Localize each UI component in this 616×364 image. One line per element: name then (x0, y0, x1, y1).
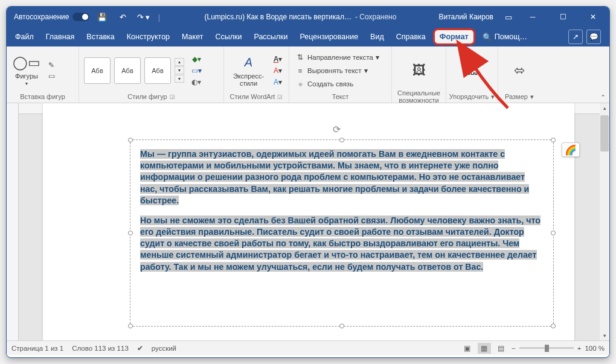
collapse-ribbon-icon[interactable]: ⌃ (600, 94, 606, 101)
scroll-thumb[interactable] (600, 115, 609, 152)
create-link-button[interactable]: ⟐Создать связь (294, 78, 355, 90)
rotate-handle-icon[interactable]: ⟳ (333, 124, 341, 135)
tab-mailings[interactable]: Рассылки (248, 27, 294, 46)
text-effects-icon[interactable]: A▾ (272, 77, 284, 87)
toggle-switch-icon[interactable] (72, 13, 89, 21)
group-accessibility: 🖼 Специальные возможности (392, 46, 446, 103)
gallery-down-icon[interactable]: ▾ (175, 66, 184, 74)
group-insert-shapes: ◯▭ Фигуры▾ ✎ ▭ Вставка фигур (7, 46, 79, 103)
document-workspace: ⟳ 🌈 Мы — группа энтузиастов, одержимых и… (7, 103, 609, 340)
autosave-toggle[interactable]: Автосохранение (14, 13, 89, 21)
tab-references[interactable]: Ссылки (209, 27, 248, 46)
close-button[interactable]: ✕ (579, 7, 607, 27)
text-outline-icon[interactable]: A▾ (272, 66, 284, 75)
save-status: - Сохранено (355, 13, 396, 21)
text-box[interactable]: 🌈 Мы — группа энтузиастов, одержимых иде… (130, 139, 554, 327)
maximize-button[interactable]: ☐ (549, 7, 577, 27)
search-icon: 🔍 (483, 33, 492, 42)
save-icon[interactable]: 💾 (94, 9, 110, 25)
tab-layout[interactable]: Макет (176, 27, 209, 46)
resize-handle[interactable] (128, 138, 133, 142)
express-styles-button[interactable]: A Экспресс-стили (229, 53, 268, 88)
zoom-slider[interactable] (519, 347, 574, 349)
minimize-button[interactable]: ─ (519, 7, 547, 27)
shape-style-2[interactable]: Абв (114, 57, 141, 84)
direction-icon: ⇅ (295, 53, 305, 62)
wordart-icon: A (239, 54, 258, 71)
redo-icon[interactable]: ↷ ▾ (135, 9, 151, 25)
undo-icon[interactable]: ↶ (115, 9, 130, 25)
tab-format[interactable]: Формат (433, 28, 475, 45)
comments-icon[interactable]: 💬 (586, 30, 601, 44)
separator: | (156, 9, 162, 25)
focus-mode-icon[interactable]: ▣ (461, 343, 474, 354)
size-button[interactable]: ⬄ (504, 61, 534, 80)
group-text: ⇅Направление текста ▾ ≡Выровнять текст ▾… (289, 46, 392, 103)
text-direction-button[interactable]: ⇅Направление текста ▾ (294, 51, 380, 63)
tab-file[interactable]: Файл (9, 27, 40, 46)
text-fill-icon[interactable]: A▾ (272, 54, 284, 64)
vertical-ruler[interactable] (7, 103, 19, 340)
group-shape-styles: Абв Абв Абв ▴ ▾ ▾ ◆▾ ▭▾ ◐▾ Стили фигур◲ (79, 46, 224, 103)
textbox-icon[interactable]: ▭ (45, 71, 57, 81)
language-indicator[interactable]: русский (152, 345, 176, 352)
edit-shape-icon[interactable]: ✎ (45, 60, 57, 70)
gallery-more-icon[interactable]: ▾ (175, 75, 184, 83)
dialog-launcher-icon[interactable]: ◲ (277, 94, 283, 100)
group-size: ⬄ Размер ▾ (498, 46, 541, 103)
resize-handle[interactable] (128, 231, 133, 235)
page-indicator[interactable]: Страница 1 из 1 (11, 345, 63, 352)
user-name[interactable]: Виталий Каиров (438, 13, 493, 21)
paragraph-1[interactable]: Мы — группа энтузиастов, одержимых идеей… (140, 148, 544, 206)
scroll-down-icon[interactable]: ▾ (600, 331, 609, 340)
shape-style-1[interactable]: Абв (84, 57, 111, 84)
resize-handle[interactable] (551, 324, 556, 328)
group-label: Вставка фигур (11, 92, 74, 101)
shape-style-3[interactable]: Абв (144, 57, 171, 84)
word-count[interactable]: Слово 113 из 113 (72, 345, 129, 352)
shapes-icon: ◯▭ (17, 54, 36, 71)
alt-text-button[interactable]: 🖼 (404, 61, 434, 80)
resize-handle[interactable] (551, 231, 556, 235)
arrange-icon: 🗂 (463, 62, 482, 79)
tab-design[interactable]: Конструктор (121, 27, 176, 46)
share-icon[interactable]: ↗ (568, 30, 583, 44)
paragraph-2[interactable]: Но мы не сможем это сделать без Вашей об… (140, 215, 544, 273)
dialog-launcher-icon[interactable]: ◲ (170, 94, 175, 100)
zoom-level[interactable]: 100 % (585, 345, 605, 352)
ribbon-options-icon[interactable]: ▭ (501, 9, 516, 25)
spellcheck-icon[interactable]: ✔ (137, 344, 143, 353)
resize-handle[interactable] (551, 138, 556, 142)
tab-home[interactable]: Главная (40, 27, 81, 46)
size-icon: ⬄ (510, 62, 529, 79)
arrange-button[interactable]: 🗂 (457, 61, 487, 80)
vertical-scrollbar[interactable]: ▴ ▾ (600, 103, 609, 340)
alt-text-icon: 🖼 (409, 62, 429, 79)
resize-handle[interactable] (339, 138, 344, 142)
link-icon: ⟐ (295, 80, 305, 88)
shape-effects-icon[interactable]: ◐▾ (190, 77, 202, 87)
tab-view[interactable]: Вид (364, 27, 390, 46)
scroll-up-icon[interactable]: ▴ (600, 103, 609, 113)
zoom-out-icon[interactable]: − (512, 345, 516, 352)
resize-handle[interactable] (128, 324, 133, 328)
group-wordart-styles: A Экспресс-стили A▾ A▾ A▾ Стили WordArt◲ (224, 46, 289, 103)
tab-review[interactable]: Рецензирование (294, 27, 365, 46)
group-arrange: 🗂 Упорядочить ▾ (446, 46, 498, 103)
web-layout-icon[interactable]: ▤ (495, 343, 508, 354)
statusbar: Страница 1 из 1 Слово 113 из 113 ✔ русск… (7, 340, 609, 355)
tell-me-search[interactable]: 🔍 Помощ… (476, 27, 533, 46)
tab-help[interactable]: Справка (390, 27, 432, 46)
gallery-up-icon[interactable]: ▴ (175, 58, 184, 66)
document-page[interactable]: ⟳ 🌈 Мы — группа энтузиастов, одержимых и… (43, 103, 574, 340)
zoom-in-icon[interactable]: + (577, 345, 582, 352)
shape-fill-icon[interactable]: ◆▾ (190, 54, 202, 64)
document-title: (Lumpics.ru) Как в Ворде писать вертикал… (204, 13, 351, 21)
align-text-button[interactable]: ≡Выровнять текст ▾ (294, 65, 369, 77)
resize-handle[interactable] (339, 324, 344, 328)
shape-outline-icon[interactable]: ▭▾ (190, 66, 202, 75)
tab-insert[interactable]: Вставка (80, 27, 120, 46)
print-layout-icon[interactable]: ▦ (478, 343, 491, 354)
shapes-button[interactable]: ◯▭ Фигуры▾ (11, 53, 42, 88)
layout-options-icon[interactable]: 🌈 (562, 142, 580, 157)
